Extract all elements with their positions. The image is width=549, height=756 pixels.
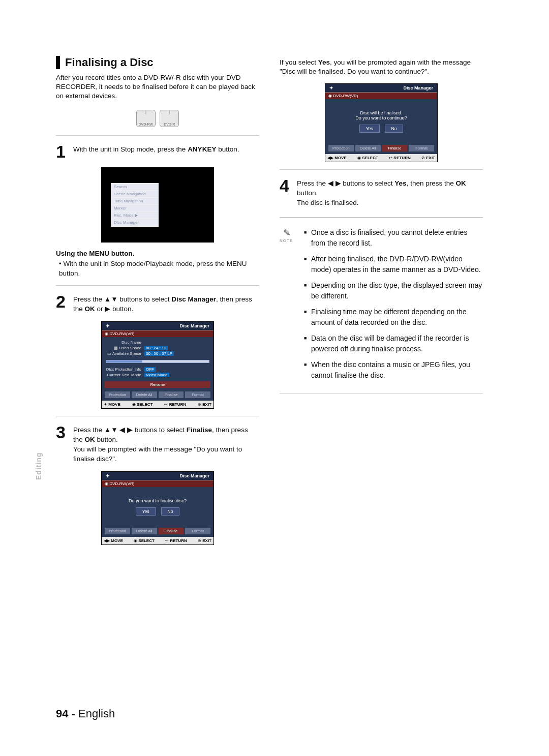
anykey-menu-list: Search Scene Navigation Time Navigation … bbox=[111, 183, 159, 227]
dialog-yes-button: Yes bbox=[359, 125, 380, 133]
side-tab: Editing bbox=[35, 452, 43, 480]
title-bar-icon bbox=[56, 56, 60, 69]
right-top-text: If you select Yes, you will be prompted … bbox=[280, 58, 483, 76]
step-2-number: 2 bbox=[56, 293, 69, 314]
using-menu-bullet: • With the unit in Stop mode/Playback mo… bbox=[59, 259, 259, 279]
menu-item: Time Navigation bbox=[111, 198, 158, 205]
using-menu-heading: Using the MENU button. bbox=[56, 250, 259, 257]
menu-item: Scene Navigation bbox=[111, 191, 158, 198]
step-4: 4 Press the ◀ ▶ buttons to select Yes, t… bbox=[280, 177, 483, 208]
dialog-yes-button: Yes bbox=[136, 507, 156, 516]
step-2: 2 Press the ▲▼ buttons to select Disc Ma… bbox=[56, 293, 259, 314]
note-item: Once a disc is finalised, you cannot del… bbox=[304, 227, 483, 249]
step-3: 3 Press the ▲▼ ◀ ▶ buttons to select Fin… bbox=[56, 424, 259, 464]
step-1-text: With the unit in Stop mode, press the AN… bbox=[73, 143, 239, 160]
continue-dialog-screenshot: ✦ Disc Manager ◉ DVD-RW(VR) Disc will be… bbox=[325, 83, 438, 162]
step-4-text: Press the ◀ ▶ buttons to select Yes, the… bbox=[297, 177, 483, 208]
note-list: Once a disc is finalised, you cannot del… bbox=[301, 227, 483, 386]
dvd-rw-icon: DVD-RW bbox=[136, 110, 156, 127]
disc-icons: DVD-RW DVD-R bbox=[56, 106, 259, 127]
divider bbox=[56, 285, 259, 286]
menu-item: Marker bbox=[111, 205, 158, 212]
note-item: Data on the disc will be damaged if the … bbox=[304, 333, 483, 354]
dialog-no-button: No bbox=[385, 125, 404, 133]
section-title: Finalising a Disc bbox=[56, 56, 259, 69]
note-label: NOTE bbox=[280, 238, 294, 243]
dialog-no-button: No bbox=[161, 507, 180, 516]
dm-disc-type: ◉ DVD-RW(VR) bbox=[102, 330, 214, 337]
dvd-r-icon: DVD-R bbox=[160, 110, 179, 127]
note-item: When the disc contains a music or JPEG f… bbox=[304, 359, 483, 381]
dialog-message-1: Disc will be finalised. bbox=[329, 110, 433, 115]
disc-manager-screenshot: ✦ Disc Manager ◉ DVD-RW(VR) Disc Name ▦ … bbox=[101, 321, 214, 409]
note-item: Finalising time may be different dependi… bbox=[304, 307, 483, 328]
finalise-dialog-screenshot: ✦ Disc Manager ◉ DVD-RW(VR) Do you want … bbox=[101, 471, 214, 545]
dm-title: Disc Manager bbox=[179, 323, 209, 328]
step-1-number: 1 bbox=[56, 143, 69, 160]
dialog-message-2: Do you want to continue? bbox=[329, 115, 433, 120]
anykey-menu-screenshot: Search Scene Navigation Time Navigation … bbox=[101, 167, 214, 243]
dialog-message: Do you want to finalise disc? bbox=[106, 498, 209, 503]
note-block: ✎ NOTE Once a disc is finalised, you can… bbox=[280, 227, 483, 386]
step-3-text: Press the ▲▼ ◀ ▶ buttons to select Final… bbox=[73, 424, 259, 464]
divider bbox=[56, 416, 259, 416]
page-language: English bbox=[78, 707, 115, 720]
dm-protection-button: Protection bbox=[105, 391, 130, 398]
dm-deleteall-button: Delete All bbox=[132, 391, 157, 398]
menu-item: Disc Manager bbox=[111, 219, 158, 226]
note-icon: ✎ bbox=[280, 227, 294, 238]
page-footer: 94 - English bbox=[56, 707, 115, 720]
step-3-number: 3 bbox=[56, 424, 69, 464]
step-1: 1 With the unit in Stop mode, press the … bbox=[56, 143, 259, 160]
divider bbox=[280, 393, 483, 394]
note-item: After being finalised, the DVD-R/DVD-RW(… bbox=[304, 254, 483, 275]
divider bbox=[280, 217, 483, 218]
divider bbox=[280, 169, 483, 170]
step-4-number: 4 bbox=[280, 177, 293, 208]
divider bbox=[56, 135, 259, 136]
dm-rename-button: Rename bbox=[105, 381, 210, 388]
menu-item: Search bbox=[111, 184, 158, 191]
note-item: Depending on the disc type, the displaye… bbox=[304, 280, 483, 301]
menu-item: Rec. Mode ▶ bbox=[111, 212, 158, 219]
intro-text: After you record titles onto a DVD-RW/-R… bbox=[56, 73, 259, 101]
page-number: 94 - bbox=[56, 707, 75, 720]
section-title-text: Finalising a Disc bbox=[65, 56, 154, 69]
dm-finalise-button: Finalise bbox=[159, 391, 184, 398]
step-2-text: Press the ▲▼ buttons to select Disc Mana… bbox=[73, 293, 259, 314]
dm-format-button: Format bbox=[185, 391, 210, 398]
dm-footer: ✦ MOVE ◉ SELECT ↩ RETURN ⊘ EXIT bbox=[102, 401, 214, 408]
